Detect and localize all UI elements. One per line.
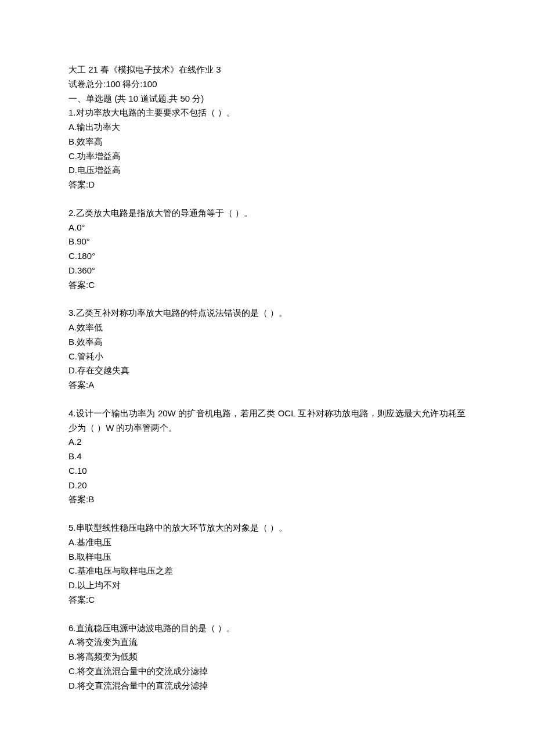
question-option: C.基准电压与取样电压之差 — [68, 564, 466, 578]
question-stem: 4.设计一个输出功率为 20W 的扩音机电路，若用乙类 OCL 互补对称功放电路… — [68, 406, 466, 435]
question-stem: 1.对功率放大电路的主要要求不包括（ ）。 — [68, 106, 466, 120]
question-option: B.效率高 — [68, 135, 466, 149]
question-option: D.存在交越失真 — [68, 363, 466, 378]
question-option: C.将交直流混合量中的交流成分滤掉 — [68, 664, 466, 679]
question-option: B.4 — [68, 449, 466, 464]
question-option: D.20 — [68, 478, 466, 493]
question-block: 4.设计一个输出功率为 20W 的扩音机电路，若用乙类 OCL 互补对称功放电路… — [68, 406, 466, 507]
question-option: C.功率增益高 — [68, 149, 466, 164]
question-block: 5.串联型线性稳压电路中的放大环节放大的对象是（ ）。 A.基准电压 B.取样电… — [68, 521, 466, 607]
question-answer: 答案:D — [68, 178, 466, 192]
question-option: D.360° — [68, 264, 466, 278]
question-block: 2.乙类放大电路是指放大管的导通角等于（ ）。 A.0° B.90° C.180… — [68, 206, 466, 293]
question-option: B.90° — [68, 235, 466, 249]
question-option: A.效率低 — [68, 321, 466, 335]
question-option: B.取样电压 — [68, 550, 466, 564]
question-option: C.180° — [68, 249, 466, 264]
question-option: B.将高频变为低频 — [68, 650, 466, 664]
question-answer: 答案:A — [68, 378, 466, 393]
question-option: A.0° — [68, 221, 466, 235]
score-line: 试卷总分:100 得分:100 — [68, 77, 466, 92]
question-option: C.管耗小 — [68, 350, 466, 364]
question-option: A.2 — [68, 435, 466, 449]
question-answer: 答案:C — [68, 593, 466, 607]
section-title: 一、单选题 (共 10 道试题,共 50 分) — [68, 92, 466, 106]
question-stem: 6.直流稳压电源中滤波电路的目的是（ ）。 — [68, 621, 466, 636]
header-block: 大工 21 春《模拟电子技术》在线作业 3 试卷总分:100 得分:100 一、… — [68, 63, 466, 192]
question-option: D.以上均不对 — [68, 578, 466, 593]
question-option: A.基准电压 — [68, 535, 466, 550]
question-block: 3.乙类互补对称功率放大电路的特点说法错误的是（ ）。 A.效率低 B.效率高 … — [68, 306, 466, 393]
exam-title: 大工 21 春《模拟电子技术》在线作业 3 — [68, 63, 466, 77]
question-stem: 5.串联型线性稳压电路中的放大环节放大的对象是（ ）。 — [68, 521, 466, 535]
question-answer: 答案:B — [68, 492, 466, 507]
: 6.直流稳压电源中滤波电路的目的是（ ）。 A.将交流变为直流 B.将高频变为低… — [68, 621, 466, 693]
question-stem: 3.乙类互补对称功率放大电路的特点说法错误的是（ ）。 — [68, 306, 466, 321]
document-body: 大工 21 春《模拟电子技术》在线作业 3 试卷总分:100 得分:100 一、… — [68, 63, 466, 693]
question-option: A.输出功率大 — [68, 120, 466, 135]
question-option: D.电压增益高 — [68, 163, 466, 178]
question-answer: 答案:C — [68, 278, 466, 293]
question-option: B.效率高 — [68, 335, 466, 350]
question-option: A.将交流变为直流 — [68, 635, 466, 650]
question-option: D.将交直流混合量中的直流成分滤掉 — [68, 679, 466, 693]
question-stem: 2.乙类放大电路是指放大管的导通角等于（ ）。 — [68, 206, 466, 221]
question-option: C.10 — [68, 464, 466, 478]
